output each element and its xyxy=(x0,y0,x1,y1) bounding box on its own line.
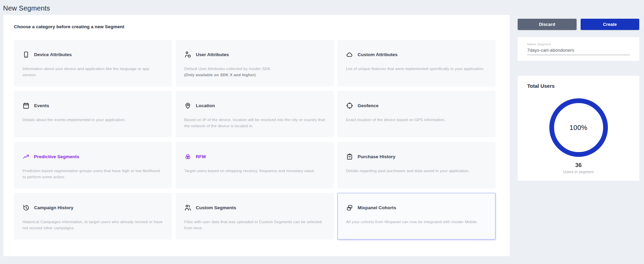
category-card-user-attributes[interactable]: User Attributes Default User Attributes … xyxy=(176,40,334,86)
category-card-mixpanel-cohorts[interactable]: Mixpanel Cohorts All your cohorts from M… xyxy=(337,193,496,240)
category-card-custom-segments[interactable]: Custom Segments Files with user data tha… xyxy=(176,193,334,240)
calendar-icon xyxy=(22,102,30,109)
category-label: Geofence xyxy=(358,103,379,108)
cloud-icon xyxy=(346,51,353,58)
category-label: Events xyxy=(34,103,49,108)
user-badge-icon xyxy=(184,51,191,58)
category-card-location[interactable]: Location Based on IP of the device, loca… xyxy=(176,91,334,137)
map-pin-icon xyxy=(184,102,191,109)
geofence-target-icon xyxy=(346,102,353,109)
cohorts-icon xyxy=(346,204,353,211)
segment-sidebar: Discard Create Name Segment Total Users … xyxy=(518,19,639,181)
category-label: User Attributes xyxy=(196,52,229,57)
venn-circles-icon xyxy=(184,153,191,160)
category-description: Based on IP of the device, location will… xyxy=(184,117,325,129)
segment-name-label: Name Segment xyxy=(527,42,630,46)
total-users-card: Total Users 100% 36 Users in segment xyxy=(518,76,639,181)
category-card-purchase-history[interactable]: Purchase History Details regarding past … xyxy=(337,142,496,188)
category-card-events[interactable]: Events Details about the events implemen… xyxy=(14,91,172,137)
category-card-custom-attributes[interactable]: Custom Attributes List of unique feature… xyxy=(337,40,496,86)
category-card-rfm[interactable]: RFM Target users based on shopping recen… xyxy=(176,142,334,188)
donut-percent-label: 100% xyxy=(549,98,609,158)
users-icon xyxy=(184,204,191,211)
segment-name-card: Name Segment xyxy=(518,37,639,61)
segment-name-input[interactable] xyxy=(527,48,630,55)
category-label: Custom Attributes xyxy=(358,52,397,57)
create-button[interactable]: Create xyxy=(581,19,640,30)
category-cards-grid: Device Attributes Information about your… xyxy=(14,40,496,240)
category-description: Files with user data that was uploaded i… xyxy=(184,219,325,231)
shopping-bag-icon xyxy=(346,153,353,160)
total-users-title: Total Users xyxy=(527,83,630,89)
category-label: Mixpanel Cohorts xyxy=(358,205,396,210)
category-card-device-attributes[interactable]: Device Attributes Information about your… xyxy=(14,40,172,86)
panel-heading: Choose a category before creating a new … xyxy=(14,24,510,29)
category-label: RFM xyxy=(196,154,206,159)
category-description: All your cohorts from Mixpanel can now b… xyxy=(346,219,487,225)
category-label: Campaign History xyxy=(34,205,74,210)
category-card-campaign-history[interactable]: Campaign History Historical Campaigns in… xyxy=(14,193,172,240)
category-label: Custom Segments xyxy=(196,205,236,210)
users-count-caption: Users in segment xyxy=(527,170,630,174)
category-label: Location xyxy=(196,103,215,108)
category-label: Purchase History xyxy=(358,154,395,159)
category-card-predictive-segments[interactable]: Predictive Segments Prediction based seg… xyxy=(14,142,172,188)
total-users-donut-chart: 100% xyxy=(549,98,609,158)
category-description: Historical Campaigns information, to tar… xyxy=(22,219,163,231)
discard-button[interactable]: Discard xyxy=(518,19,577,30)
category-description: List of unique features that were implem… xyxy=(346,66,487,72)
category-description: Information about your device and applic… xyxy=(22,66,163,78)
category-label: Device Attributes xyxy=(34,52,72,57)
history-clock-icon xyxy=(22,204,30,211)
category-description: Details regarding past purchases and dat… xyxy=(346,168,487,174)
device-icon xyxy=(22,51,30,58)
category-description: Exact location of the device based on GP… xyxy=(346,117,487,123)
category-description: Details about the events implemented in … xyxy=(22,117,163,123)
category-label: Predictive Segments xyxy=(34,154,79,159)
category-description: Default User Attributes collected by Ins… xyxy=(184,66,325,78)
users-count: 36 xyxy=(527,162,630,169)
page-title: New Segments xyxy=(3,4,50,12)
category-description: Target users based on shopping recency, … xyxy=(184,168,325,174)
category-description: Prediction based segmentation groups use… xyxy=(22,168,163,180)
trend-up-icon xyxy=(22,153,30,160)
category-card-geofence[interactable]: Geofence Exact location of the device ba… xyxy=(337,91,496,137)
category-description-note: (Only available on SDK X and higher) xyxy=(184,72,325,78)
segment-categories-panel: Choose a category before creating a new … xyxy=(3,15,510,256)
